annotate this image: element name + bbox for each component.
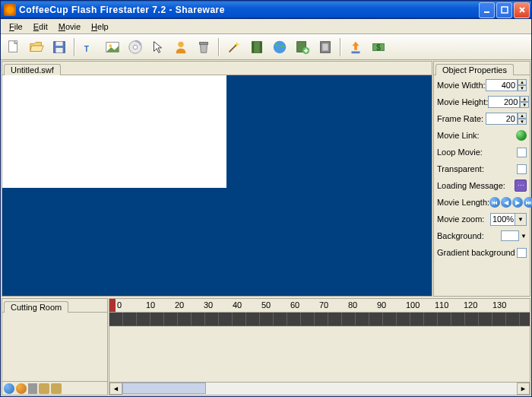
prop-movie-zoom: Movie zoom: 100%▼	[437, 212, 527, 226]
stage-canvas[interactable]	[2, 75, 226, 188]
trash-button[interactable]	[194, 37, 214, 57]
app-icon	[4, 4, 16, 16]
cd-button[interactable]	[125, 37, 145, 57]
money-button[interactable]: $	[369, 37, 388, 57]
svg-rect-1	[502, 7, 508, 13]
scroll-right-icon[interactable]: ►	[517, 383, 530, 395]
horizontal-scrollbar[interactable]: ◄ ►	[109, 382, 530, 395]
ruler-tick: 120	[464, 300, 477, 310]
upload-button[interactable]	[346, 37, 366, 57]
spinner-icon[interactable]: ▲▼	[518, 113, 527, 125]
copy-icon[interactable]	[39, 383, 49, 394]
first-button[interactable]: ⏮	[489, 197, 500, 208]
ruler-tick: 130	[492, 300, 506, 310]
new-button[interactable]	[4, 37, 24, 57]
transparent-checkbox[interactable]	[517, 164, 527, 174]
message-icon[interactable]: ⋯	[515, 179, 527, 192]
prop-movie-length: Movie Length: ⏮ ◀ ▶ ⏭	[437, 195, 527, 209]
cutting-room-panel: Cutting Room	[2, 298, 108, 395]
text-button[interactable]: T	[80, 37, 100, 57]
timeline-ruler[interactable]: 0102030405060708090100110120130	[109, 299, 530, 313]
prop-movie-width: Movie Width: 400 ▲▼	[437, 78, 527, 92]
spinner-icon[interactable]: ▲▼	[518, 79, 527, 91]
last-button[interactable]: ⏭	[524, 197, 532, 208]
svg-text:$: $	[376, 43, 381, 51]
ruler-tick: 10	[146, 300, 155, 310]
playhead-marker[interactable]	[109, 299, 116, 313]
chevron-down-icon[interactable]: ▼	[515, 214, 526, 225]
timeline-panel: 0102030405060708090100110120130 ◄ ►	[109, 298, 530, 395]
timeline-track[interactable]	[109, 313, 530, 326]
loop-checkbox[interactable]	[517, 148, 527, 157]
svg-rect-15	[260, 41, 262, 52]
maximize-button[interactable]	[496, 2, 512, 18]
pointer-button[interactable]	[148, 37, 168, 57]
app-window: CoffeeCup Flash Firestarter 7.2 - Sharew…	[0, 0, 532, 397]
ruler-tick: 30	[204, 300, 213, 310]
cutting-room-body[interactable]	[2, 313, 107, 381]
stage-background[interactable]	[2, 75, 432, 296]
svg-rect-5	[55, 47, 62, 52]
ruler-tick: 100	[406, 300, 420, 310]
ruler-tick: 60	[290, 300, 299, 310]
film-add-button[interactable]	[293, 37, 312, 57]
svg-rect-0	[484, 11, 489, 13]
cut-icon[interactable]	[28, 383, 37, 394]
add-icon[interactable]	[4, 383, 14, 394]
svg-rect-4	[55, 41, 62, 46]
menu-edit[interactable]: Edit	[28, 21, 53, 33]
scroll-thumb[interactable]	[122, 383, 206, 394]
svg-rect-21	[352, 51, 360, 53]
next-button[interactable]: ▶	[512, 197, 523, 208]
svg-rect-14	[252, 41, 255, 52]
svg-point-11	[178, 41, 183, 46]
window-title: CoffeeCup Flash Firestarter 7.2 - Sharew…	[19, 5, 479, 15]
chevron-down-icon[interactable]: ▼	[521, 233, 527, 240]
prev-button[interactable]: ◀	[501, 197, 511, 208]
movie-width-input[interactable]: 400	[486, 79, 518, 91]
frame-rate-input[interactable]: 20	[486, 113, 518, 125]
ruler-tick: 90	[377, 300, 386, 310]
globe-button[interactable]	[270, 37, 290, 57]
main-area: Untitled.swf Object Properties Movie Wid…	[1, 60, 531, 297]
save-button[interactable]	[49, 37, 69, 57]
open-button[interactable]	[27, 37, 46, 57]
prop-frame-rate: Frame Rate: 20 ▲▼	[437, 112, 527, 125]
scroll-left-icon[interactable]: ◄	[109, 383, 122, 395]
ruler-tick: 0	[117, 300, 122, 310]
zoom-select[interactable]: 100%▼	[490, 213, 527, 226]
globe-icon[interactable]	[516, 130, 527, 141]
menu-help[interactable]: Help	[86, 21, 114, 33]
prop-movie-link: Movie Link:	[437, 129, 527, 142]
film2-button[interactable]	[315, 37, 335, 57]
image-button[interactable]	[103, 37, 122, 57]
minimize-button[interactable]	[479, 2, 495, 18]
svg-point-10	[133, 45, 138, 49]
prop-loading-message: Loading Message: ⋯	[437, 179, 527, 192]
menubar: File Edit Movie Help	[1, 19, 531, 34]
movie-height-input[interactable]: 200	[488, 96, 520, 108]
remove-icon[interactable]	[16, 383, 27, 394]
svg-rect-12	[200, 42, 208, 44]
person-button[interactable]	[171, 37, 191, 57]
document-tabs: Untitled.swf	[2, 62, 432, 75]
document-tab[interactable]: Untitled.swf	[4, 64, 61, 75]
paste-icon[interactable]	[51, 383, 62, 394]
menu-file[interactable]: File	[4, 21, 28, 33]
svg-text:T: T	[84, 44, 90, 52]
toolbar: T $	[1, 34, 531, 60]
menu-movie[interactable]: Movie	[53, 21, 86, 33]
film-button[interactable]	[247, 37, 267, 57]
ruler-tick: 70	[319, 300, 328, 310]
close-button[interactable]	[514, 2, 530, 18]
ruler-tick: 110	[435, 300, 448, 310]
svg-point-8	[109, 44, 112, 47]
gradient-checkbox[interactable]	[517, 248, 527, 258]
prop-loop-movie: Loop Movie:	[437, 145, 527, 159]
prop-background: Background: ▼	[437, 229, 527, 243]
spinner-icon[interactable]: ▲▼	[520, 96, 529, 108]
background-swatch[interactable]	[501, 230, 519, 241]
svg-rect-20	[322, 43, 328, 50]
wand-button[interactable]	[224, 37, 244, 57]
prop-gradient-bg: Gradient background	[437, 246, 527, 259]
